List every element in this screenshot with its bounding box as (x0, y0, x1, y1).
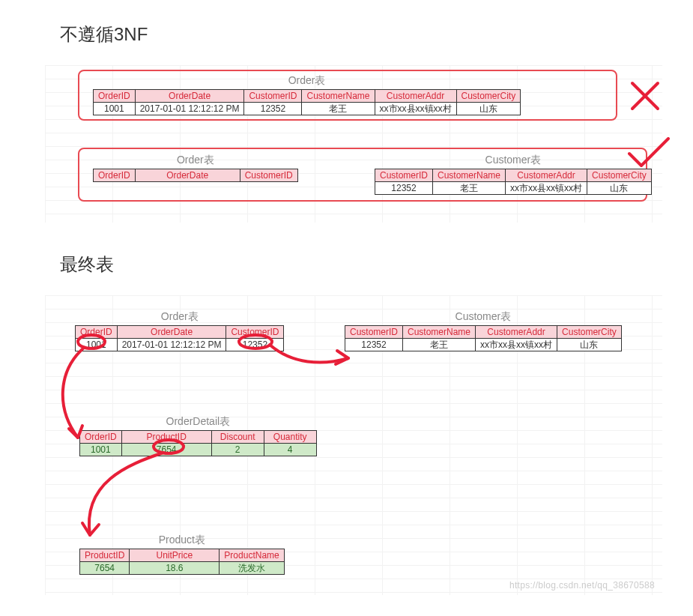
section-title-3nf: 不遵循3NF (60, 22, 633, 46)
td: 1001 (80, 444, 122, 456)
table-caption: Customer表 (375, 152, 652, 169)
th: OrderID (80, 431, 122, 444)
th: CustomerAddr (375, 90, 456, 103)
td: 2017-01-01 12:12:12 PM (117, 339, 226, 351)
th: OrderID (94, 90, 136, 103)
th: ProductName (220, 549, 284, 562)
td: 12352 (375, 182, 433, 195)
svg-line-0 (632, 83, 658, 109)
watermark-text: https://blog.csdn.net/qq_38670588 (509, 580, 655, 591)
table-caption: Order表 (75, 309, 284, 325)
th: CustomerID (244, 90, 302, 103)
th: UnitPrice (130, 549, 220, 562)
td: 2 (211, 444, 264, 456)
svg-line-1 (632, 83, 658, 109)
td: 12352 (345, 339, 403, 351)
th: CustomerCity (557, 326, 622, 339)
table-caption: OrderDetail表 (79, 414, 317, 430)
table-caption: Order表 (93, 152, 298, 169)
td: 山东 (557, 339, 622, 351)
table-orderdetail: OrderDetail表 OrderID ProductID Discount … (79, 414, 317, 456)
th: CustomerName (433, 169, 506, 182)
td: 4 (264, 444, 316, 456)
diagram-final: Order表 OrderID OrderDate CustomerID 1001… (45, 295, 662, 595)
diagram-3nf: Order表 OrderID OrderDate CustomerID Cust… (45, 65, 662, 223)
th: ProductID (121, 431, 211, 444)
table-customer-final: Customer表 CustomerID CustomerName Custom… (345, 309, 622, 351)
td: 7654 (80, 562, 130, 575)
table-order-split: Order表 OrderID OrderDate CustomerID (93, 152, 298, 182)
td: xx市xx县xx镇xx村 (375, 103, 456, 115)
th: OrderDate (135, 169, 240, 182)
td: 老王 (433, 182, 506, 195)
table-caption: Customer表 (345, 309, 622, 325)
table-order-final: Order表 OrderID OrderDate CustomerID 1001… (75, 309, 284, 351)
table-caption: Order表 (93, 73, 521, 89)
th: CustomerName (403, 326, 476, 339)
th: CustomerID (240, 169, 297, 182)
th: OrderDate (135, 90, 244, 103)
table-order-non3nf: Order表 OrderID OrderDate CustomerID Cust… (93, 73, 521, 115)
td: 12352 (244, 103, 302, 115)
td: 老王 (302, 103, 375, 115)
th: CustomerCity (587, 169, 652, 182)
th: CustomerName (302, 90, 375, 103)
th: OrderID (76, 326, 118, 339)
th: CustomerAddr (476, 326, 557, 339)
th: OrderDate (117, 326, 226, 339)
x-mark-icon (628, 79, 665, 116)
td: xx市xx县xx镇xx村 (476, 339, 557, 351)
td: 山东 (587, 182, 652, 195)
td: 1001 (76, 339, 118, 351)
th: CustomerID (226, 326, 284, 339)
td: 2017-01-01 12:12:12 PM (135, 103, 244, 115)
td: 老王 (403, 339, 476, 351)
td: 7654 (121, 444, 211, 456)
th: OrderID (94, 169, 136, 182)
th: CustomerID (345, 326, 403, 339)
table-caption: Product表 (79, 532, 285, 549)
th: CustomerCity (456, 90, 521, 103)
th: ProductID (80, 549, 130, 562)
td: 12352 (226, 339, 284, 351)
table-customer-split: Customer表 CustomerID CustomerName Custom… (375, 152, 652, 195)
table-product: Product表 ProductID UnitPrice ProductName… (79, 532, 285, 575)
td: 1001 (94, 103, 136, 115)
th: Discount (211, 431, 264, 444)
td: 18.6 (130, 562, 220, 575)
td: xx市xx县xx镇xx村 (506, 182, 587, 195)
th: Quantity (264, 431, 316, 444)
section-title-final: 最终表 (60, 253, 633, 277)
td: 洗发水 (220, 562, 284, 575)
th: CustomerAddr (506, 169, 587, 182)
td: 山东 (456, 103, 521, 115)
th: CustomerID (375, 169, 433, 182)
